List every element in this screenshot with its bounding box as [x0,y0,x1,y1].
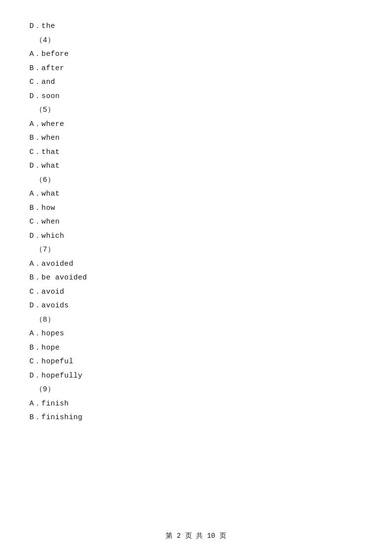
content-line: B．when [29,131,363,146]
content-line: B．how [29,202,363,216]
content-line: D．soon [29,90,363,104]
content-line: B．after [29,62,363,76]
content-line: （5） [35,103,363,118]
content-line: A．where [29,118,363,132]
content-line: （9） [35,383,363,397]
content-line: C．hopeful [29,355,363,369]
content-line: （8） [35,313,363,328]
content-line: D．what [29,159,363,174]
content-line: （7） [35,243,363,257]
content-line: A．hopes [29,327,363,341]
content-line: C．when [29,215,363,229]
content-line: C．and [29,76,363,90]
content-line: D．which [29,229,363,244]
content-line: A．finish [29,397,363,411]
content-line: A．what [29,187,363,202]
page-footer: 第 2 页 共 10 页 [0,531,392,540]
content-line: D．avoids [29,299,363,313]
content-line: D．the [29,20,363,34]
content-line: B．be avoided [29,271,363,285]
content-line: （6） [35,174,363,188]
content-line: D．hopefully [29,369,363,383]
content-line: A．avoided [29,257,363,272]
content-line: C．that [29,146,363,160]
page-content: D．the（4）A．beforeB．afterC．andD．soon（5）A．w… [0,0,392,454]
content-line: （4） [35,34,363,48]
content-line: B．hope [29,341,363,355]
content-line: C．avoid [29,285,363,300]
content-line: B．finishing [29,411,363,425]
content-line: A．before [29,48,363,62]
